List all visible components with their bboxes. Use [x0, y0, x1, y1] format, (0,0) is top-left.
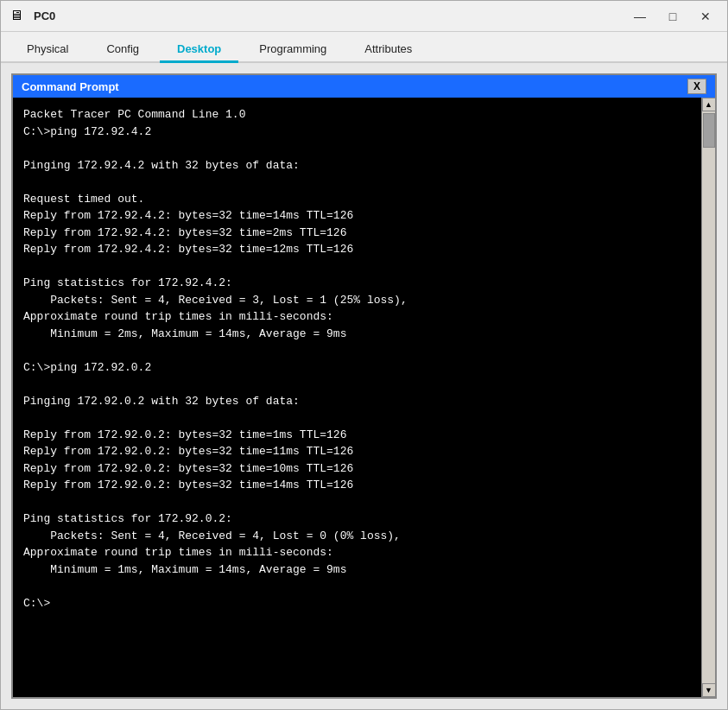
title-bar: 🖥 PC0 — □ ✕ [1, 1, 727, 32]
tab-bar: Physical Config Desktop Programming Attr… [1, 32, 727, 63]
close-button[interactable]: ✕ [693, 6, 719, 27]
tab-attributes[interactable]: Attributes [347, 37, 429, 63]
minimize-button[interactable]: — [627, 6, 653, 27]
main-window: 🖥 PC0 — □ ✕ Physical Config Desktop Prog… [0, 0, 728, 710]
tab-physical[interactable]: Physical [9, 37, 85, 63]
scrollbar[interactable]: ▲ ▼ [701, 98, 715, 697]
window-controls: — □ ✕ [627, 6, 719, 27]
command-prompt-window: Command Prompt X Packet Tracer PC Comman… [11, 73, 717, 699]
tab-desktop[interactable]: Desktop [160, 37, 238, 63]
cmd-close-button[interactable]: X [687, 79, 706, 94]
cmd-titlebar: Command Prompt X [13, 75, 715, 98]
scroll-thumb[interactable] [703, 113, 715, 148]
scroll-track [702, 111, 715, 683]
terminal-output[interactable]: Packet Tracer PC Command Line 1.0 C:\>pi… [13, 98, 701, 697]
cmd-title-label: Command Prompt [22, 80, 119, 93]
cmd-body-wrap: Packet Tracer PC Command Line 1.0 C:\>pi… [13, 98, 715, 697]
tab-programming[interactable]: Programming [242, 37, 344, 63]
tab-config[interactable]: Config [89, 37, 156, 63]
maximize-button[interactable]: □ [660, 6, 686, 27]
window-icon: 🖥 [9, 8, 27, 25]
window-title: PC0 [34, 10, 627, 22]
scroll-up-arrow[interactable]: ▲ [702, 98, 716, 111]
scroll-down-arrow[interactable]: ▼ [702, 683, 716, 697]
content-area: Command Prompt X Packet Tracer PC Comman… [1, 63, 727, 709]
